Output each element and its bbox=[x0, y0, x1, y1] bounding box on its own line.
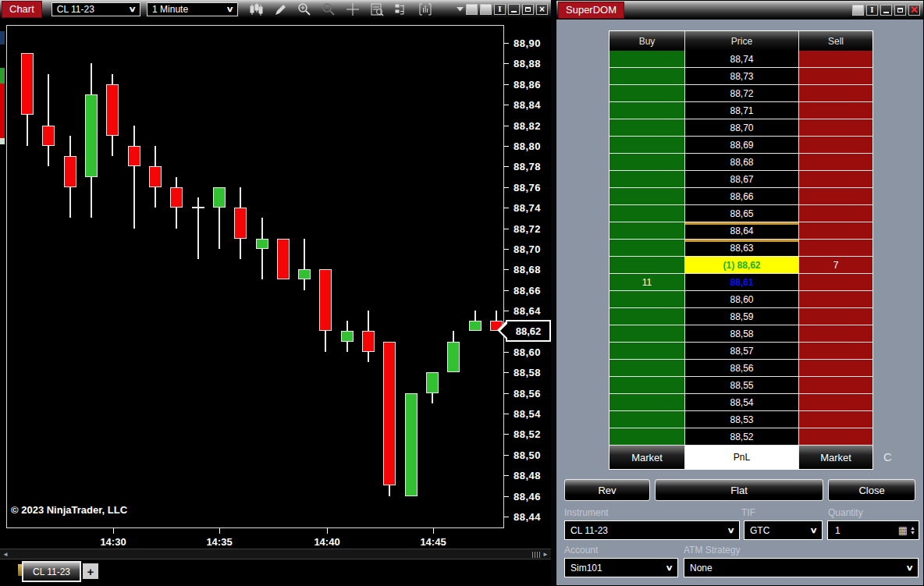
sell-cell[interactable] bbox=[799, 119, 872, 136]
chart-trader-icon[interactable] bbox=[394, 2, 408, 16]
restore-icon[interactable] bbox=[894, 5, 906, 16]
sell-market-button[interactable]: Market bbox=[799, 446, 872, 469]
atm-strategy-select[interactable]: None ∨ bbox=[684, 558, 919, 577]
last-traded-price-cell[interactable]: (1) 88,62 bbox=[685, 257, 798, 273]
scrollbar-grip[interactable] bbox=[532, 552, 540, 558]
buy-cell[interactable] bbox=[609, 171, 684, 187]
sell-cell[interactable]: 7 bbox=[799, 257, 872, 273]
price-cell[interactable]: 88,58 bbox=[685, 325, 798, 342]
zoom-out-icon[interactable] bbox=[322, 2, 336, 16]
buy-cell[interactable] bbox=[609, 51, 684, 67]
price-cell[interactable]: 88,70 bbox=[685, 119, 798, 136]
buy-cell[interactable] bbox=[609, 240, 684, 256]
pnl-display[interactable]: PnL bbox=[685, 446, 798, 469]
close-icon[interactable]: × bbox=[536, 4, 548, 15]
sell-cell[interactable] bbox=[799, 428, 872, 445]
price-cell[interactable]: 88,52 bbox=[685, 428, 798, 445]
buy-cell[interactable] bbox=[609, 85, 684, 101]
buy-cell[interactable] bbox=[609, 411, 684, 428]
scroll-right-icon[interactable]: ► bbox=[542, 550, 549, 559]
sell-cell[interactable] bbox=[799, 325, 872, 342]
sell-cell[interactable] bbox=[799, 240, 872, 256]
sell-cell[interactable] bbox=[799, 291, 872, 307]
buy-cell[interactable] bbox=[609, 428, 684, 445]
sell-cell[interactable] bbox=[799, 377, 872, 393]
price-cell[interactable]: 88,60 bbox=[685, 291, 798, 307]
sell-column-header[interactable]: Sell bbox=[799, 31, 872, 51]
price-cell[interactable]: 88,66 bbox=[685, 188, 798, 204]
flat-button[interactable]: Flat bbox=[655, 479, 823, 501]
buy-cell[interactable]: 11 bbox=[609, 274, 684, 290]
tif-select[interactable]: GTC ∨ bbox=[744, 520, 823, 540]
buy-cell[interactable] bbox=[609, 154, 684, 170]
price-cell[interactable]: 88,73 bbox=[685, 68, 798, 84]
chart-style-icon[interactable] bbox=[249, 2, 263, 16]
sell-cell[interactable] bbox=[799, 188, 872, 204]
buy-cell[interactable] bbox=[609, 119, 684, 136]
pin-icon[interactable]: I bbox=[494, 4, 506, 15]
quantity-down-icon[interactable]: ▼ bbox=[910, 531, 915, 535]
price-cell[interactable]: 88,67 bbox=[685, 171, 798, 187]
workspace-button[interactable] bbox=[480, 4, 492, 15]
minimize-icon[interactable] bbox=[508, 4, 520, 15]
price-cell[interactable]: 88,54 bbox=[685, 394, 798, 410]
quantity-stepper[interactable]: 1 ▦ ▲ ▼ bbox=[827, 520, 919, 540]
zoom-in-icon[interactable] bbox=[297, 2, 311, 16]
sell-cell[interactable] bbox=[799, 411, 872, 428]
price-cell[interactable]: 88,63 bbox=[685, 240, 798, 256]
sell-cell[interactable] bbox=[799, 360, 872, 376]
instrument-select[interactable]: CL 11-23 ∨ bbox=[564, 520, 740, 540]
calculator-icon[interactable]: ▦ bbox=[898, 525, 908, 535]
price-cell[interactable]: 88,64 bbox=[685, 222, 798, 239]
sell-cell[interactable] bbox=[799, 394, 872, 410]
buy-cell[interactable] bbox=[609, 291, 684, 307]
horizontal-scrollbar[interactable]: ◄ ► bbox=[0, 549, 551, 559]
workspace-button[interactable] bbox=[852, 5, 864, 16]
sell-cell[interactable] bbox=[799, 154, 872, 170]
price-cell[interactable]: 88,59 bbox=[685, 308, 798, 325]
close-position-button[interactable]: Close bbox=[828, 479, 915, 501]
price-cell[interactable]: 88,57 bbox=[685, 343, 798, 359]
price-column-header[interactable]: Price bbox=[685, 31, 798, 51]
reverse-button[interactable]: Rev bbox=[564, 479, 650, 501]
sell-cell[interactable] bbox=[799, 205, 872, 222]
price-cell[interactable]: 88,61 bbox=[685, 274, 798, 290]
buy-cell[interactable] bbox=[609, 257, 684, 273]
buy-cell[interactable] bbox=[609, 205, 684, 222]
buy-market-button[interactable]: Market bbox=[609, 446, 684, 469]
sell-cell[interactable] bbox=[799, 274, 872, 290]
buy-cell[interactable] bbox=[609, 360, 684, 376]
sell-cell[interactable] bbox=[799, 171, 872, 187]
price-cell[interactable]: 88,69 bbox=[685, 137, 798, 153]
drawing-tools-icon[interactable] bbox=[273, 2, 287, 16]
price-cell[interactable]: 88,72 bbox=[685, 85, 798, 101]
close-icon[interactable]: ✕ bbox=[908, 5, 920, 16]
price-cell[interactable]: 88,71 bbox=[685, 102, 798, 119]
buy-cell[interactable] bbox=[609, 394, 684, 410]
workspace-button[interactable] bbox=[466, 4, 478, 15]
restore-icon[interactable] bbox=[522, 4, 534, 15]
price-cell[interactable]: 88,55 bbox=[685, 377, 798, 393]
crosshair-icon[interactable] bbox=[346, 2, 360, 16]
buy-cell[interactable] bbox=[609, 343, 684, 359]
buy-cell[interactable] bbox=[609, 188, 684, 204]
buy-cell[interactable] bbox=[609, 377, 684, 393]
buy-cell[interactable] bbox=[609, 222, 684, 239]
sell-cell[interactable] bbox=[799, 137, 872, 153]
buy-cell[interactable] bbox=[609, 308, 684, 325]
sell-cell[interactable] bbox=[799, 343, 872, 359]
more-dropdown-icon[interactable] bbox=[457, 7, 464, 12]
minimize-icon[interactable] bbox=[880, 5, 892, 16]
price-cell[interactable]: 88,56 bbox=[685, 360, 798, 376]
account-select[interactable]: Sim101 ∨ bbox=[564, 558, 678, 577]
sell-cell[interactable] bbox=[799, 68, 872, 84]
sell-cell[interactable] bbox=[799, 222, 872, 239]
add-tab-button[interactable]: + bbox=[83, 563, 98, 579]
indicators-icon[interactable] bbox=[418, 2, 432, 16]
sell-cell[interactable] bbox=[799, 51, 872, 67]
price-cell[interactable]: 88,65 bbox=[685, 205, 798, 222]
price-cell[interactable]: 88,53 bbox=[685, 411, 798, 428]
buy-column-header[interactable]: Buy bbox=[609, 31, 684, 51]
pin-icon[interactable]: I bbox=[866, 5, 878, 16]
data-box-icon[interactable] bbox=[370, 2, 384, 16]
